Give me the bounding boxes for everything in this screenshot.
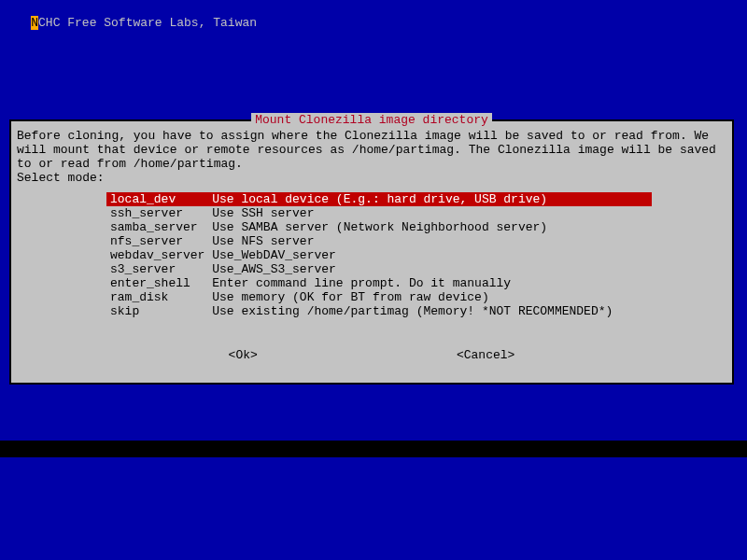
menu-item-nfs-server[interactable]: nfs_server Use NFS server bbox=[106, 234, 652, 248]
menu-item-skip[interactable]: skip Use existing /home/partimag (Memory… bbox=[106, 304, 652, 318]
cancel-button[interactable]: <Cancel> bbox=[457, 348, 514, 362]
menu-item-s3-server[interactable]: s3_server Use_AWS_S3_server bbox=[106, 262, 652, 276]
menu-item-local-dev[interactable]: local_dev Use local device (E.g.: hard d… bbox=[106, 192, 652, 206]
menu-item-ram-disk[interactable]: ram_disk Use memory (OK for BT from raw … bbox=[106, 290, 652, 304]
dialog-title-wrap: Mount Clonezilla image directory bbox=[11, 113, 732, 127]
mode-menu[interactable]: local_dev Use local device (E.g.: hard d… bbox=[106, 192, 726, 318]
header-text: CHC Free Software Labs, Taiwan bbox=[38, 16, 257, 30]
mount-dialog: Mount Clonezilla image directory Before … bbox=[9, 119, 734, 385]
dialog-title: Mount Clonezilla image directory bbox=[251, 113, 492, 127]
header-bar: NCHC Free Software Labs, Taiwan bbox=[2, 2, 257, 44]
dialog-description: Before cloning, you have to assign where… bbox=[17, 129, 726, 185]
menu-item-enter-shell[interactable]: enter_shell Enter command line prompt. D… bbox=[106, 276, 652, 290]
screen: NCHC Free Software Labs, Taiwan Mount Cl… bbox=[0, 0, 747, 560]
bottom-bar bbox=[0, 441, 747, 457]
header-highlight: N bbox=[31, 16, 38, 30]
menu-item-samba-server[interactable]: samba_server Use SAMBA server (Network N… bbox=[106, 220, 652, 234]
menu-item-webdav-server[interactable]: webdav_server Use_WebDAV_server bbox=[106, 248, 652, 262]
ok-button[interactable]: <Ok> bbox=[229, 348, 258, 362]
menu-item-ssh-server[interactable]: ssh_server Use SSH server bbox=[106, 206, 652, 220]
dialog-buttons: <Ok> <Cancel> bbox=[17, 348, 726, 362]
